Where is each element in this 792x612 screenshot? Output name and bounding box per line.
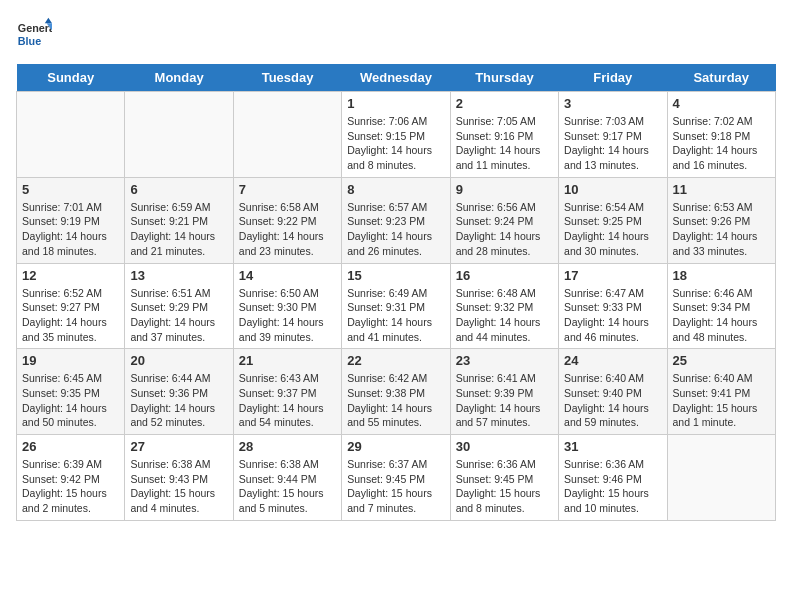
date-number: 26 xyxy=(22,439,119,454)
calendar-cell: 3Sunrise: 7:03 AM Sunset: 9:17 PM Daylig… xyxy=(559,92,667,178)
calendar-cell: 12Sunrise: 6:52 AM Sunset: 9:27 PM Dayli… xyxy=(17,263,125,349)
cell-content: Sunrise: 6:45 AM Sunset: 9:35 PM Dayligh… xyxy=(22,371,119,430)
date-number: 2 xyxy=(456,96,553,111)
calendar-cell: 26Sunrise: 6:39 AM Sunset: 9:42 PM Dayli… xyxy=(17,435,125,521)
logo: General Blue xyxy=(16,16,52,52)
date-number: 13 xyxy=(130,268,227,283)
date-number: 7 xyxy=(239,182,336,197)
day-header-monday: Monday xyxy=(125,64,233,92)
cell-content: Sunrise: 6:39 AM Sunset: 9:42 PM Dayligh… xyxy=(22,457,119,516)
date-number: 3 xyxy=(564,96,661,111)
week-row-4: 19Sunrise: 6:45 AM Sunset: 9:35 PM Dayli… xyxy=(17,349,776,435)
week-row-1: 1Sunrise: 7:06 AM Sunset: 9:15 PM Daylig… xyxy=(17,92,776,178)
date-number: 30 xyxy=(456,439,553,454)
day-header-tuesday: Tuesday xyxy=(233,64,341,92)
date-number: 23 xyxy=(456,353,553,368)
calendar-cell: 19Sunrise: 6:45 AM Sunset: 9:35 PM Dayli… xyxy=(17,349,125,435)
cell-content: Sunrise: 6:46 AM Sunset: 9:34 PM Dayligh… xyxy=(673,286,770,345)
calendar-cell: 21Sunrise: 6:43 AM Sunset: 9:37 PM Dayli… xyxy=(233,349,341,435)
cell-content: Sunrise: 6:36 AM Sunset: 9:45 PM Dayligh… xyxy=(456,457,553,516)
week-row-5: 26Sunrise: 6:39 AM Sunset: 9:42 PM Dayli… xyxy=(17,435,776,521)
calendar-cell: 2Sunrise: 7:05 AM Sunset: 9:16 PM Daylig… xyxy=(450,92,558,178)
date-number: 28 xyxy=(239,439,336,454)
calendar-cell: 18Sunrise: 6:46 AM Sunset: 9:34 PM Dayli… xyxy=(667,263,775,349)
page-header: General Blue xyxy=(16,16,776,52)
calendar-cell: 4Sunrise: 7:02 AM Sunset: 9:18 PM Daylig… xyxy=(667,92,775,178)
date-number: 10 xyxy=(564,182,661,197)
date-number: 14 xyxy=(239,268,336,283)
date-number: 22 xyxy=(347,353,444,368)
cell-content: Sunrise: 7:01 AM Sunset: 9:19 PM Dayligh… xyxy=(22,200,119,259)
date-number: 27 xyxy=(130,439,227,454)
calendar-cell: 15Sunrise: 6:49 AM Sunset: 9:31 PM Dayli… xyxy=(342,263,450,349)
calendar-cell: 10Sunrise: 6:54 AM Sunset: 9:25 PM Dayli… xyxy=(559,177,667,263)
calendar-cell: 13Sunrise: 6:51 AM Sunset: 9:29 PM Dayli… xyxy=(125,263,233,349)
cell-content: Sunrise: 6:50 AM Sunset: 9:30 PM Dayligh… xyxy=(239,286,336,345)
calendar-table: SundayMondayTuesdayWednesdayThursdayFrid… xyxy=(16,64,776,521)
calendar-cell: 25Sunrise: 6:40 AM Sunset: 9:41 PM Dayli… xyxy=(667,349,775,435)
calendar-cell: 29Sunrise: 6:37 AM Sunset: 9:45 PM Dayli… xyxy=(342,435,450,521)
calendar-cell: 28Sunrise: 6:38 AM Sunset: 9:44 PM Dayli… xyxy=(233,435,341,521)
calendar-cell: 1Sunrise: 7:06 AM Sunset: 9:15 PM Daylig… xyxy=(342,92,450,178)
cell-content: Sunrise: 6:56 AM Sunset: 9:24 PM Dayligh… xyxy=(456,200,553,259)
day-header-friday: Friday xyxy=(559,64,667,92)
date-number: 29 xyxy=(347,439,444,454)
cell-content: Sunrise: 6:40 AM Sunset: 9:41 PM Dayligh… xyxy=(673,371,770,430)
calendar-cell: 16Sunrise: 6:48 AM Sunset: 9:32 PM Dayli… xyxy=(450,263,558,349)
calendar-cell: 9Sunrise: 6:56 AM Sunset: 9:24 PM Daylig… xyxy=(450,177,558,263)
cell-content: Sunrise: 6:44 AM Sunset: 9:36 PM Dayligh… xyxy=(130,371,227,430)
calendar-cell: 11Sunrise: 6:53 AM Sunset: 9:26 PM Dayli… xyxy=(667,177,775,263)
date-number: 17 xyxy=(564,268,661,283)
day-header-saturday: Saturday xyxy=(667,64,775,92)
calendar-cell: 22Sunrise: 6:42 AM Sunset: 9:38 PM Dayli… xyxy=(342,349,450,435)
cell-content: Sunrise: 6:53 AM Sunset: 9:26 PM Dayligh… xyxy=(673,200,770,259)
cell-content: Sunrise: 7:03 AM Sunset: 9:17 PM Dayligh… xyxy=(564,114,661,173)
calendar-cell xyxy=(667,435,775,521)
date-number: 15 xyxy=(347,268,444,283)
cell-content: Sunrise: 6:51 AM Sunset: 9:29 PM Dayligh… xyxy=(130,286,227,345)
cell-content: Sunrise: 6:38 AM Sunset: 9:44 PM Dayligh… xyxy=(239,457,336,516)
calendar-cell xyxy=(125,92,233,178)
cell-content: Sunrise: 6:47 AM Sunset: 9:33 PM Dayligh… xyxy=(564,286,661,345)
calendar-cell: 17Sunrise: 6:47 AM Sunset: 9:33 PM Dayli… xyxy=(559,263,667,349)
day-header-thursday: Thursday xyxy=(450,64,558,92)
date-number: 1 xyxy=(347,96,444,111)
cell-content: Sunrise: 6:36 AM Sunset: 9:46 PM Dayligh… xyxy=(564,457,661,516)
calendar-cell: 20Sunrise: 6:44 AM Sunset: 9:36 PM Dayli… xyxy=(125,349,233,435)
calendar-cell xyxy=(17,92,125,178)
date-number: 12 xyxy=(22,268,119,283)
cell-content: Sunrise: 6:48 AM Sunset: 9:32 PM Dayligh… xyxy=(456,286,553,345)
logo-icon: General Blue xyxy=(16,16,52,52)
day-header-row: SundayMondayTuesdayWednesdayThursdayFrid… xyxy=(17,64,776,92)
date-number: 21 xyxy=(239,353,336,368)
calendar-cell: 24Sunrise: 6:40 AM Sunset: 9:40 PM Dayli… xyxy=(559,349,667,435)
cell-content: Sunrise: 6:52 AM Sunset: 9:27 PM Dayligh… xyxy=(22,286,119,345)
calendar-cell: 7Sunrise: 6:58 AM Sunset: 9:22 PM Daylig… xyxy=(233,177,341,263)
date-number: 8 xyxy=(347,182,444,197)
calendar-cell: 6Sunrise: 6:59 AM Sunset: 9:21 PM Daylig… xyxy=(125,177,233,263)
calendar-cell: 31Sunrise: 6:36 AM Sunset: 9:46 PM Dayli… xyxy=(559,435,667,521)
cell-content: Sunrise: 6:42 AM Sunset: 9:38 PM Dayligh… xyxy=(347,371,444,430)
date-number: 20 xyxy=(130,353,227,368)
svg-text:Blue: Blue xyxy=(18,35,41,47)
cell-content: Sunrise: 7:06 AM Sunset: 9:15 PM Dayligh… xyxy=(347,114,444,173)
calendar-cell: 27Sunrise: 6:38 AM Sunset: 9:43 PM Dayli… xyxy=(125,435,233,521)
svg-text:General: General xyxy=(18,22,52,34)
date-number: 31 xyxy=(564,439,661,454)
cell-content: Sunrise: 6:59 AM Sunset: 9:21 PM Dayligh… xyxy=(130,200,227,259)
cell-content: Sunrise: 6:41 AM Sunset: 9:39 PM Dayligh… xyxy=(456,371,553,430)
date-number: 5 xyxy=(22,182,119,197)
date-number: 6 xyxy=(130,182,227,197)
date-number: 9 xyxy=(456,182,553,197)
date-number: 4 xyxy=(673,96,770,111)
calendar-cell: 8Sunrise: 6:57 AM Sunset: 9:23 PM Daylig… xyxy=(342,177,450,263)
cell-content: Sunrise: 6:49 AM Sunset: 9:31 PM Dayligh… xyxy=(347,286,444,345)
cell-content: Sunrise: 6:58 AM Sunset: 9:22 PM Dayligh… xyxy=(239,200,336,259)
calendar-cell: 23Sunrise: 6:41 AM Sunset: 9:39 PM Dayli… xyxy=(450,349,558,435)
calendar-cell xyxy=(233,92,341,178)
date-number: 18 xyxy=(673,268,770,283)
day-header-wednesday: Wednesday xyxy=(342,64,450,92)
date-number: 16 xyxy=(456,268,553,283)
cell-content: Sunrise: 6:40 AM Sunset: 9:40 PM Dayligh… xyxy=(564,371,661,430)
week-row-3: 12Sunrise: 6:52 AM Sunset: 9:27 PM Dayli… xyxy=(17,263,776,349)
